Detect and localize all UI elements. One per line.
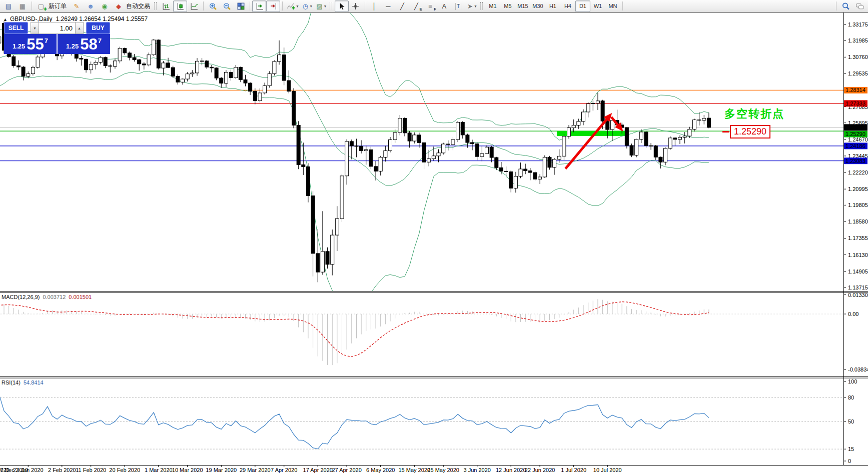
dropdown-arrow-icon[interactable]: ▼ xyxy=(296,4,299,8)
chat-icon xyxy=(855,2,864,10)
toolbar-grip xyxy=(480,2,483,10)
cursor-button[interactable] xyxy=(335,0,349,12)
crosshair-button[interactable] xyxy=(349,0,363,12)
auto-scroll-button[interactable] xyxy=(252,0,266,12)
zoom-in-button[interactable] xyxy=(206,0,220,12)
timeframe-w1-button[interactable]: W1 xyxy=(590,0,605,12)
timeframe-h1-button[interactable]: H1 xyxy=(545,0,560,12)
arrows-button[interactable]: ➤▼ xyxy=(465,0,479,12)
svg-text:23 Jan 2020: 23 Jan 2020 xyxy=(13,467,44,473)
mql-community-icon: ☻ xyxy=(87,2,94,10)
buy-price[interactable]: 1.25 58 7 xyxy=(58,34,110,54)
equidistant-channel-button[interactable]: ╱E xyxy=(409,0,423,12)
svg-text:1.25290: 1.25290 xyxy=(845,131,865,137)
signals-button[interactable]: ◉ xyxy=(98,0,112,12)
line-chart-button[interactable] xyxy=(187,0,201,12)
svg-text:0.00: 0.00 xyxy=(848,311,858,317)
svg-text:1.27333: 1.27333 xyxy=(845,100,865,106)
volume-increase-button[interactable]: ▲ xyxy=(75,22,84,34)
turning-point-annotation[interactable]: 多空转折点 xyxy=(724,106,784,122)
data-window-icon: ▦ xyxy=(20,2,26,10)
macd-indicator-label: MACD(12,26,9)0.0037120.001501 xyxy=(2,294,92,300)
toolbar-separator xyxy=(32,2,32,10)
fibonacci-icon: ≡ xyxy=(428,2,432,10)
svg-text:1 Jul 2020: 1 Jul 2020 xyxy=(561,467,586,473)
toolbar-separator xyxy=(250,2,250,10)
svg-text:1.28314: 1.28314 xyxy=(845,87,865,93)
price-callout-label[interactable]: 1.25290 xyxy=(730,125,770,138)
timeframe-mn-button[interactable]: MN xyxy=(605,0,620,12)
fibonacci-icon-overlay: F xyxy=(434,8,436,12)
horizontal-line-button[interactable]: ─ xyxy=(381,0,395,12)
timeframe-h4-button[interactable]: H4 xyxy=(560,0,575,12)
macd-value: 0.003712 xyxy=(43,294,66,300)
bar-chart-button[interactable] xyxy=(159,0,173,12)
svg-text:1.18580: 1.18580 xyxy=(848,218,868,224)
line-chart-icon xyxy=(190,2,199,10)
svg-text:100: 100 xyxy=(848,378,857,384)
svg-text:6 May 2020: 6 May 2020 xyxy=(366,467,395,473)
toolbar-separator xyxy=(282,2,283,10)
autotrade-icon: ◆ xyxy=(116,2,121,10)
fibonacci-button[interactable]: ≡F xyxy=(423,0,437,12)
dropdown-arrow-icon[interactable]: ▼ xyxy=(474,4,477,8)
dropdown-arrow-icon[interactable]: ▼ xyxy=(309,4,313,8)
svg-text:2 Feb 2020: 2 Feb 2020 xyxy=(48,467,76,473)
dropdown-arrow-icon[interactable]: ▼ xyxy=(324,4,327,8)
chart-list-button[interactable]: ▤ xyxy=(2,0,16,12)
volume-decrease-button[interactable]: ▼ xyxy=(31,22,39,34)
text-label-icon: T xyxy=(455,3,461,10)
timeframe-d1-button[interactable]: D1 xyxy=(575,0,590,12)
autotrade-label: 自动交易 xyxy=(126,2,150,10)
svg-text:1.29535: 1.29535 xyxy=(848,70,868,76)
toolbar-separator xyxy=(836,2,836,10)
sell-price[interactable]: 1.25 55 7 xyxy=(4,34,57,54)
text-label-button[interactable]: T xyxy=(451,0,465,12)
horizontal-line-icon: ─ xyxy=(386,2,390,10)
trendline-button[interactable]: ╱ xyxy=(395,0,409,12)
timeframe-m5-button[interactable]: M5 xyxy=(500,0,515,12)
indicators-icon xyxy=(286,2,295,10)
collapse-icon[interactable]: ▲ xyxy=(3,17,8,22)
chat-button[interactable] xyxy=(852,0,866,12)
ohlc-values: 1.26249 1.26654 1.25494 1.25557 xyxy=(56,16,148,22)
text-icon: A xyxy=(442,2,447,10)
timeframe-m15-button[interactable]: M15 xyxy=(515,0,530,12)
svg-text:1.14905: 1.14905 xyxy=(848,268,868,274)
new-order-icon: ▢ xyxy=(38,2,44,10)
autotrade-button[interactable]: ◆ xyxy=(112,0,126,12)
templates-button[interactable]: ▨▼ xyxy=(315,0,329,12)
svg-text:27 Apr 2020: 27 Apr 2020 xyxy=(332,467,361,473)
data-window-button[interactable]: ▦ xyxy=(16,0,30,12)
crosshair-icon xyxy=(351,2,360,10)
sell-button[interactable]: SELL xyxy=(4,22,28,34)
buy-button[interactable]: BUY xyxy=(86,22,110,34)
periods-icon: ◷ xyxy=(303,2,308,10)
search-button[interactable] xyxy=(838,0,852,12)
crayon-button[interactable]: ✎ xyxy=(70,0,84,12)
new-order-button[interactable]: ▢✚ xyxy=(34,0,48,12)
svg-text:29 Mar 2020: 29 Mar 2020 xyxy=(240,467,271,473)
svg-text:1.24186: 1.24186 xyxy=(845,143,865,149)
chart-canvas[interactable]: 1.331751.319851.307601.295351.270851.258… xyxy=(0,0,868,475)
volume-input[interactable] xyxy=(39,22,75,34)
timeframe-m1-button[interactable]: M1 xyxy=(485,0,500,12)
mql-community-button[interactable]: ☻ xyxy=(84,0,98,12)
zoom-out-button[interactable] xyxy=(220,0,234,12)
search-icon xyxy=(841,2,850,10)
timeframe-m30-button[interactable]: M30 xyxy=(530,0,545,12)
vertical-line-button[interactable]: │ xyxy=(367,0,381,12)
periods-button[interactable]: ◷▼ xyxy=(301,0,315,12)
text-button[interactable]: A xyxy=(437,0,451,12)
chart-title[interactable]: ▲GBPUSD-,Daily1.26249 1.26654 1.25494 1.… xyxy=(3,16,148,22)
candlestick-chart-button[interactable] xyxy=(173,0,187,12)
zoom-out-icon xyxy=(223,2,231,10)
svg-text:19 Mar 2020: 19 Mar 2020 xyxy=(206,467,237,473)
one-click-trading-panel: SELL ▼ ▲ BUY 1.25 55 7 1.25 58 7 xyxy=(4,22,110,54)
indicators-button[interactable]: ▼ xyxy=(285,0,301,12)
toolbar-grip xyxy=(330,2,332,10)
auto-scroll-icon xyxy=(255,2,264,10)
svg-text:7 Apr 2020: 7 Apr 2020 xyxy=(271,467,297,473)
tile-windows-button[interactable] xyxy=(234,0,248,12)
chart-shift-button[interactable] xyxy=(266,0,280,12)
